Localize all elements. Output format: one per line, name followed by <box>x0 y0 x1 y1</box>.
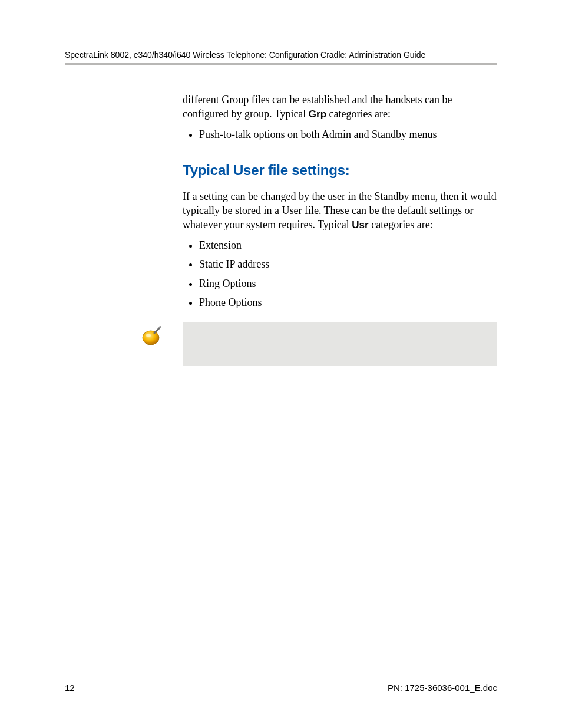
page-footer: 12 PN: 1725-36036-001_E.doc <box>65 683 497 693</box>
header-rule <box>65 63 497 65</box>
page-number: 12 <box>65 683 75 693</box>
grp-label: Grp <box>309 108 326 120</box>
list-item: Extension <box>199 236 497 255</box>
note-pin-icon <box>140 322 183 347</box>
usr-label: Usr <box>352 219 368 230</box>
list-item: Push-to-talk options on both Admin and S… <box>199 125 497 144</box>
usr-category-list: Extension Static IP address Ring Options… <box>183 236 497 312</box>
document-page: SpectraLink 8002, e340/h340/i640 Wireles… <box>0 0 562 728</box>
svg-line-2 <box>154 327 160 333</box>
list-item: Phone Options <box>199 293 497 312</box>
list-item: Static IP address <box>199 255 497 274</box>
svg-point-3 <box>159 326 161 328</box>
text-fragment: If a setting can be changed by the user … <box>183 190 497 231</box>
section-heading: Typical User file settings: <box>183 162 497 179</box>
running-header: SpectraLink 8002, e340/h340/i640 Wireles… <box>65 50 497 63</box>
grp-category-list: Push-to-talk options on both Admin and S… <box>183 125 497 144</box>
svg-point-1 <box>146 334 151 337</box>
list-item: Ring Options <box>199 274 497 293</box>
svg-point-0 <box>143 331 159 345</box>
note-row <box>65 322 497 366</box>
content-column: different Group files can be established… <box>183 93 497 312</box>
user-intro-paragraph: If a setting can be changed by the user … <box>183 189 497 233</box>
text-fragment: categories are: <box>369 219 433 230</box>
note-box <box>183 322 497 366</box>
group-intro-paragraph: different Group files can be established… <box>183 93 497 121</box>
document-id: PN: 1725-36036-001_E.doc <box>388 683 497 693</box>
text-fragment: categories are: <box>326 108 391 120</box>
